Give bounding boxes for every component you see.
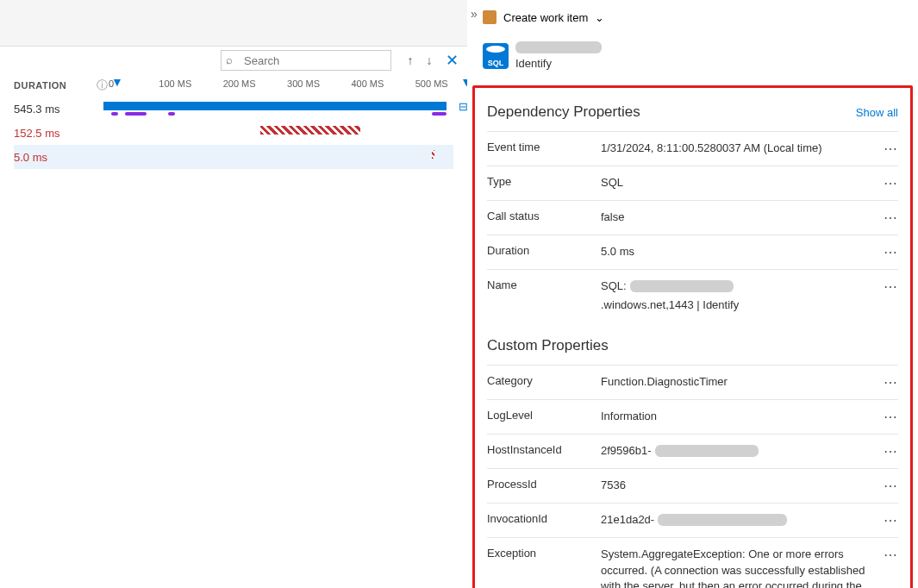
prop-key: ProcessId — [487, 478, 601, 491]
chevron-down-icon: ⌄ — [595, 11, 604, 24]
prop-value: 1/31/2024, 8:11:00.5280037 AM (Local tim… — [601, 141, 881, 156]
search-prev-icon[interactable]: ↑ — [402, 52, 419, 69]
prop-key: InvocationId — [487, 512, 601, 525]
gantt-track — [97, 121, 453, 145]
prop-row-event-time: Event time 1/31/2024, 8:11:00.5280037 AM… — [487, 131, 898, 166]
prop-value: Information — [601, 409, 881, 424]
prop-key: Type — [487, 175, 601, 188]
search-icon: ⌕ — [226, 53, 233, 66]
more-icon[interactable]: ⋯ — [881, 210, 898, 226]
prop-value: 21e1da2d- — [601, 512, 881, 528]
prop-value: 7536 — [601, 478, 881, 493]
prop-value: false — [601, 210, 881, 225]
hostinstance-prefix: 2f9596b1- — [601, 443, 652, 459]
axis-tick-0: 0 — [109, 78, 114, 89]
name-prefix: SQL: — [601, 278, 627, 294]
gantt-area: 545.3 ms ⊟⊟ 152.5 ms 5.0 ms — [0, 97, 467, 169]
bar-request — [103, 102, 446, 110]
invocationid-prefix: 21e1da2d- — [601, 512, 654, 528]
prop-key: Duration — [487, 244, 601, 257]
identify-label: Identify — [515, 57, 602, 70]
details-panel: » Create work item ⌄ SQL Identify Depend… — [467, 0, 918, 588]
bar-error-small — [432, 150, 434, 159]
prop-row-invocationid: InvocationId 21e1da2d- ⋯ — [487, 503, 898, 537]
prop-key: Category — [487, 374, 601, 387]
more-icon[interactable]: ⋯ — [881, 512, 898, 529]
more-icon[interactable]: ⋯ — [881, 409, 898, 425]
prop-row-type: Type SQL ⋯ — [487, 166, 898, 200]
redacted-guid — [655, 445, 759, 457]
axis-tick-1: 100 MS — [159, 78, 191, 89]
more-icon[interactable]: ⋯ — [881, 244, 898, 260]
prop-row-processid: ProcessId 7536 ⋯ — [487, 468, 898, 503]
prop-key: Name — [487, 278, 601, 291]
prop-value: SQL — [601, 175, 881, 191]
more-icon[interactable]: ⋯ — [881, 175, 898, 191]
more-icon[interactable]: ⋯ — [881, 478, 898, 494]
name-suffix: .windows.net,1443 | Identify — [601, 297, 739, 313]
axis-tick-3: 300 MS — [287, 78, 320, 89]
work-item-icon — [483, 10, 496, 24]
timeline-panel: ⌕ ↑ ↓ ✕ DURATION ⓘ ▼ 0 100 MS 200 MS 300… — [0, 0, 467, 169]
gantt-row[interactable]: 545.3 ms ⊟⊟ — [14, 97, 453, 121]
prop-value: 5.0 ms — [601, 244, 881, 260]
more-icon[interactable]: ⋯ — [881, 141, 898, 157]
time-axis: ▼ 0 100 MS 200 MS 300 MS 400 MS 500 MS ▼ — [111, 78, 467, 92]
axis-tick-4: 400 MS — [351, 78, 384, 89]
prop-key: Event time — [487, 141, 601, 153]
prop-value: SQL: .windows.net,1443 | Identify — [601, 278, 881, 313]
show-all-link[interactable]: Show all — [856, 106, 898, 119]
dependency-properties-title: Dependency Properties — [487, 103, 640, 121]
info-icon[interactable]: ⓘ — [97, 78, 108, 93]
axis-tick-2: 200 MS — [223, 78, 256, 89]
search-row: ⌕ ↑ ↓ ✕ — [0, 47, 467, 74]
timeline-header: DURATION ⓘ ▼ 0 100 MS 200 MS 300 MS 400 … — [0, 74, 467, 97]
search-next-icon[interactable]: ↓ — [421, 52, 438, 69]
prop-row-call-status: Call status false ⋯ — [487, 200, 898, 235]
gantt-track: ⊟⊟ — [97, 97, 453, 121]
chevron-collapse-icon[interactable]: » — [471, 7, 478, 21]
search-box-wrap: ⌕ — [221, 50, 391, 71]
gantt-row[interactable]: 152.5 ms — [14, 121, 453, 145]
row-duration: 152.5 ms — [14, 127, 97, 140]
prop-row-category: Category Function.DiagnosticTimer ⋯ — [487, 365, 898, 399]
prop-key: LogLevel — [487, 409, 601, 422]
prop-row-loglevel: LogLevel Information ⋯ — [487, 399, 898, 434]
bar-sub — [432, 112, 447, 116]
bar-sub — [111, 112, 118, 116]
prop-row-hostinstance: HostInstanceId 2f9596b1- ⋯ — [487, 434, 898, 468]
more-icon[interactable]: ⋯ — [881, 443, 898, 460]
prop-value: 2f9596b1- — [601, 443, 881, 459]
top-bar — [0, 0, 467, 47]
bar-sub — [168, 112, 175, 116]
gantt-row-selected[interactable]: 5.0 ms — [14, 145, 453, 169]
exception-text: System.AggregateException: One or more e… — [601, 547, 868, 588]
prop-key: HostInstanceId — [487, 443, 601, 456]
duration-column-header: DURATION — [14, 80, 97, 91]
redacted-host — [630, 280, 734, 292]
more-icon[interactable]: ⋯ — [881, 278, 898, 295]
redacted-server-name — [515, 41, 602, 53]
row-duration: 545.3 ms — [14, 103, 97, 116]
more-icon[interactable]: ⋯ — [881, 547, 898, 563]
prop-key: Exception — [487, 547, 601, 560]
redacted-guid — [658, 514, 787, 526]
more-icon[interactable]: ⋯ — [881, 374, 898, 391]
close-icon[interactable]: ✕ — [443, 52, 460, 69]
gantt-track — [97, 145, 453, 169]
prop-row-name: Name SQL: .windows.net,1443 | Identify ⋯ — [487, 269, 898, 322]
prop-key: Call status — [487, 210, 601, 222]
row-duration: 5.0 ms — [14, 151, 97, 164]
sql-badge-icon: SQL — [483, 43, 509, 69]
bar-sub — [125, 112, 147, 116]
sql-header: SQL Identify — [483, 41, 902, 70]
prop-value: System.AggregateException: One or more e… — [601, 547, 881, 588]
search-input[interactable] — [221, 50, 391, 71]
custom-properties-title: Custom Properties — [487, 337, 609, 354]
prop-value: Function.DiagnosticTimer — [601, 374, 881, 390]
axis-tick-5: 500 MS — [415, 78, 448, 89]
prop-row-exception: Exception System.AggregateException: One… — [487, 537, 898, 588]
bar-error — [260, 126, 360, 134]
prop-row-duration: Duration 5.0 ms ⋯ — [487, 235, 898, 269]
create-work-item-button[interactable]: Create work item ⌄ — [483, 10, 902, 24]
